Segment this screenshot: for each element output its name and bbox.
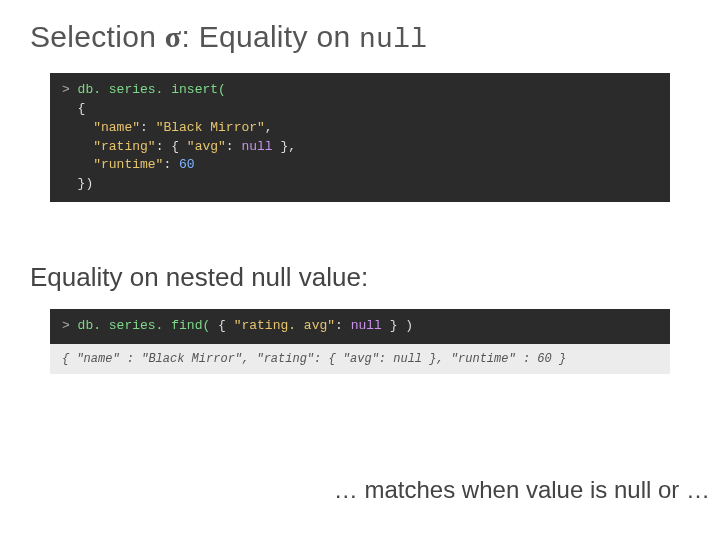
prompt-symbol: >	[62, 318, 78, 333]
code-null: null	[351, 318, 382, 333]
code-end: } )	[382, 318, 413, 333]
code-key: "rating. avg"	[234, 318, 335, 333]
code-end: },	[273, 139, 296, 154]
sigma-symbol: σ	[165, 20, 182, 53]
slide: Selection σ: Equality on null > db. seri…	[0, 0, 720, 540]
code-string: "Black Mirror"	[156, 120, 265, 135]
code-block-find: > db. series. find( { "rating. avg": nul…	[50, 309, 670, 344]
code-line: {	[62, 101, 85, 116]
code-call: db. series. find(	[78, 318, 211, 333]
title-mono: null	[359, 24, 427, 55]
code-call: db. series. insert(	[78, 82, 226, 97]
page-title: Selection σ: Equality on null	[30, 20, 690, 55]
title-mid: : Equality on	[181, 20, 359, 53]
code-sep: :	[335, 318, 351, 333]
code-key: "rating"	[62, 139, 156, 154]
code-line: })	[62, 176, 93, 191]
title-prefix: Selection	[30, 20, 165, 53]
code-sep: :	[140, 120, 156, 135]
code-key: "name"	[62, 120, 140, 135]
prompt-symbol: >	[62, 82, 78, 97]
code-sep: :	[163, 157, 179, 172]
code-null: null	[241, 139, 272, 154]
footnote: … matches when value is null or …	[334, 476, 710, 504]
subheading: Equality on nested null value:	[30, 262, 690, 293]
code-key: "avg"	[187, 139, 226, 154]
code-sep: :	[226, 139, 242, 154]
code-number: 60	[179, 157, 195, 172]
result-block: { "name" : "Black Mirror", "rating": { "…	[50, 344, 670, 374]
code-end: ,	[265, 120, 273, 135]
code-key: "runtime"	[62, 157, 163, 172]
code-block-insert: > db. series. insert( { "name": "Black M…	[50, 73, 670, 202]
code-sep: : {	[156, 139, 187, 154]
code-sep: {	[210, 318, 233, 333]
